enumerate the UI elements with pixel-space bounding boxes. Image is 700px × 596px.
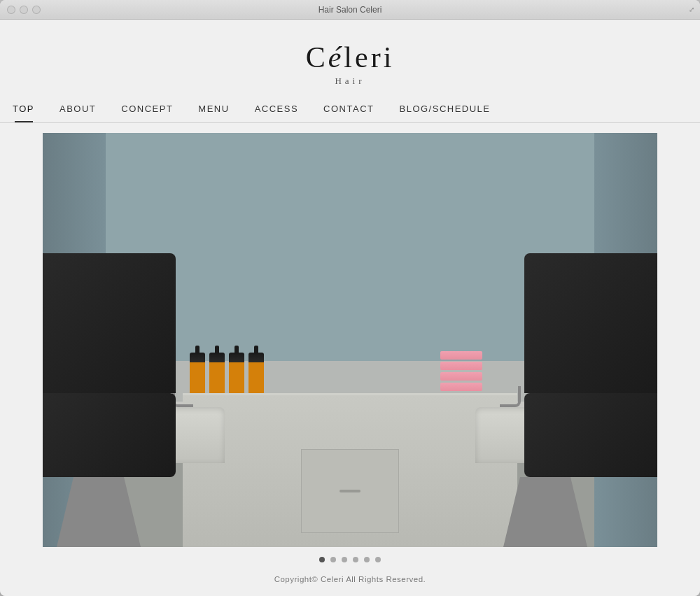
nav-item-contact[interactable]: CONTACT — [311, 104, 386, 122]
resize-icon: ⤢ — [689, 6, 694, 13]
logo-subtitle: Hair — [0, 76, 700, 87]
chair-left-base — [57, 477, 141, 547]
window-title: Hair Salon Celeri — [318, 5, 382, 15]
chair-left-back — [43, 253, 176, 393]
counter — [183, 393, 517, 547]
nav-item-concept[interactable]: CONCEPT — [108, 104, 186, 122]
minimize-button[interactable] — [20, 6, 28, 14]
nav-divider — [0, 122, 700, 123]
chair-left — [43, 351, 225, 547]
chair-right-base — [503, 477, 587, 547]
salon-scene — [43, 133, 657, 547]
drawer-handle — [340, 490, 360, 492]
footer: Copyright© Celeri All Rights Reserved. — [274, 569, 426, 596]
counter-drawer — [301, 449, 399, 533]
nav-item-about[interactable]: ABOUT — [47, 104, 108, 122]
titlebar: Hair Salon Celeri ⤢ — [0, 0, 700, 20]
carousel-dots — [319, 547, 381, 569]
nav-item-blog-schedule[interactable]: BLOG/SCHEDULE — [386, 104, 503, 122]
chair-left-seat — [43, 393, 176, 477]
carousel-dot-5[interactable] — [364, 557, 370, 562]
nav-item-top[interactable]: TOP — [0, 104, 47, 122]
close-button[interactable] — [7, 6, 15, 14]
carousel-dot-3[interactable] — [342, 557, 347, 562]
site-header: Céleri Hair TOP ABOUT CONCEPT MENU ACCES… — [0, 20, 700, 123]
chair-right — [475, 351, 657, 547]
chair-right-seat — [524, 393, 657, 477]
nav-item-access[interactable]: ACCESS — [242, 104, 311, 122]
hero-image — [43, 133, 657, 547]
traffic-lights — [7, 6, 41, 14]
page-content: Céleri Hair TOP ABOUT CONCEPT MENU ACCES… — [0, 20, 700, 596]
carousel-dot-6[interactable] — [375, 557, 381, 562]
chair-right-back — [524, 253, 657, 393]
carousel-dot-1[interactable] — [319, 557, 325, 562]
carousel-dot-2[interactable] — [330, 557, 336, 562]
nav-item-menu[interactable]: MENU — [186, 104, 241, 122]
maximize-button[interactable] — [32, 6, 41, 14]
carousel-dot-4[interactable] — [353, 557, 358, 562]
browser-window: Hair Salon Celeri ⤢ Céleri Hair TOP ABOU… — [0, 0, 700, 596]
logo: Céleri — [0, 41, 700, 74]
copyright-text: Copyright© Celeri All Rights Reserved. — [274, 575, 426, 583]
main-nav: TOP ABOUT CONCEPT MENU ACCESS CONTACT BL… — [0, 104, 700, 122]
